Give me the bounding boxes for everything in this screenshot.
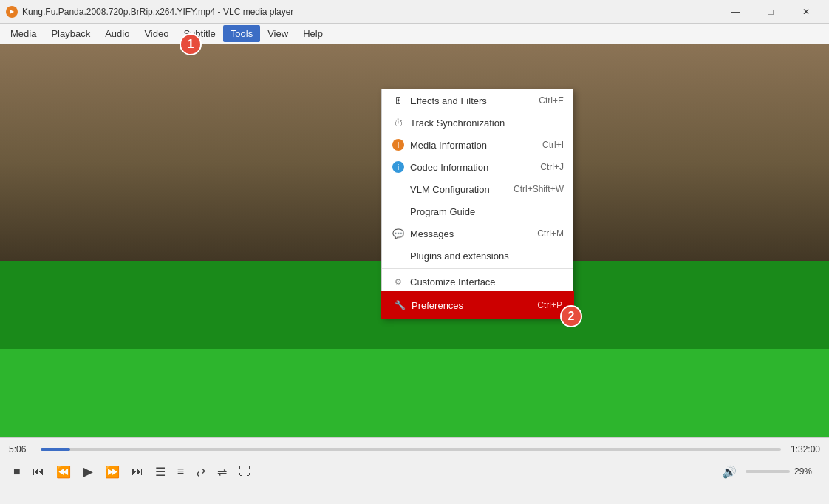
menu-program-guide[interactable]: Program Guide	[382, 200, 573, 222]
playlist-button[interactable]: ☰	[151, 462, 170, 482]
volume-area: 🔊 29%	[717, 462, 820, 482]
fullscreen-button[interactable]: ⛶	[234, 462, 255, 481]
menu-track-sync[interactable]: ⏱ Track Synchronization	[382, 112, 573, 134]
messages-shortcut: Ctrl+M	[537, 228, 564, 239]
customize-label: Customize Interface	[410, 276, 549, 287]
window-title: Kung.Fu.Panda.2008.720p.BrRip.x264.YIFY.…	[22, 7, 718, 17]
prev-button[interactable]: ⏮	[28, 462, 49, 481]
minimize-button[interactable]: —	[718, 0, 752, 24]
next-button[interactable]: ⏭	[127, 462, 148, 481]
preferences-label: Preferences	[412, 300, 522, 311]
shuffle-button[interactable]: ⇌	[213, 462, 231, 482]
menu-help[interactable]: Help	[296, 25, 330, 42]
tools-menu-dropdown: 🎚 Effects and Filters Ctrl+E ⏱ Track Syn…	[381, 89, 573, 319]
effects-filters-label: Effects and Filters	[410, 95, 524, 106]
media-info-label: Media Information	[410, 140, 528, 151]
volume-icon[interactable]: 🔊	[717, 462, 741, 482]
prefs-icon: 🔧	[392, 298, 407, 313]
menu-view[interactable]: View	[260, 25, 296, 42]
menu-separator	[382, 268, 573, 269]
menu-preferences[interactable]: 🔧 Preferences Ctrl+P 2	[382, 293, 573, 318]
playback-controls: ■ ⏮ ⏪ ▶ ⏩ ⏭ ☰ ≡ ⇄ ⇌ ⛶ 🔊 29%	[0, 457, 829, 486]
menu-audio[interactable]: Audio	[98, 25, 137, 42]
menu-customize[interactable]: ⚙ Customize Interface	[382, 270, 573, 293]
plugins-icon	[391, 248, 406, 263]
track-sync-label: Track Synchronization	[410, 118, 549, 129]
menu-video[interactable]: Video	[137, 25, 176, 42]
vlm-config-label: VLM Configuration	[410, 184, 499, 195]
extended-button[interactable]: ≡	[173, 462, 188, 481]
plugins-label: Plugins and extensions	[410, 251, 549, 262]
menu-messages[interactable]: 💬 Messages Ctrl+M	[382, 222, 573, 245]
guide-icon	[391, 204, 406, 219]
step-2-indicator: 2	[560, 305, 582, 327]
title-bar: Kung.Fu.Panda.2008.720p.BrRip.x264.YIFY.…	[0, 0, 829, 24]
menu-playback[interactable]: Playback	[44, 25, 98, 42]
menu-bar: Media Playback Audio Video Subtitle Tool…	[0, 24, 829, 44]
menu-plugins[interactable]: Plugins and extensions	[382, 245, 573, 267]
time-total: 1:32:00	[787, 444, 820, 454]
menu-effects-filters[interactable]: 🎚 Effects and Filters Ctrl+E	[382, 89, 573, 112]
loop-button[interactable]: ⇄	[191, 462, 210, 482]
progress-bar[interactable]	[41, 448, 781, 451]
progress-area: 5:06 1:32:00	[0, 438, 829, 457]
back-button[interactable]: ⏪	[52, 462, 75, 482]
info-blue-icon: i	[391, 160, 406, 174]
equalizer-icon: 🎚	[391, 93, 406, 108]
volume-slider[interactable]	[746, 470, 790, 473]
effects-filters-shortcut: Ctrl+E	[539, 95, 564, 106]
messages-icon: 💬	[391, 226, 406, 241]
controls-bar: 5:06 1:32:00 ■ ⏮ ⏪ ▶ ⏩ ⏭ ☰ ≡ ⇄ ⇌ ⛶ 🔊 29%	[0, 437, 829, 504]
stop-button[interactable]: ■	[9, 462, 25, 481]
close-button[interactable]: ✕	[789, 0, 823, 24]
menu-tools[interactable]: Tools	[223, 25, 260, 42]
preferences-shortcut: Ctrl+P	[537, 300, 562, 310]
maximize-button[interactable]: □	[754, 0, 788, 24]
time-current: 5:06	[9, 444, 35, 454]
menu-vlm-config[interactable]: VLM Configuration Ctrl+Shift+W	[382, 178, 573, 200]
menu-codec-info[interactable]: i Codec Information Ctrl+J	[382, 156, 573, 178]
progress-fill	[41, 448, 70, 451]
codec-info-shortcut: Ctrl+J	[540, 162, 564, 172]
step-1-indicator: 1	[180, 33, 202, 55]
forward-button[interactable]: ⏩	[100, 462, 124, 482]
codec-info-label: Codec Information	[410, 162, 525, 173]
window-controls: — □ ✕	[718, 0, 823, 24]
sync-icon: ⏱	[391, 115, 406, 130]
volume-percent: 29%	[794, 466, 820, 477]
app-icon	[6, 6, 18, 18]
vlm-icon	[391, 182, 406, 197]
messages-label: Messages	[410, 228, 522, 239]
vlm-config-shortcut: Ctrl+Shift+W	[514, 184, 564, 194]
program-guide-label: Program Guide	[410, 206, 549, 217]
play-button[interactable]: ▶	[78, 460, 98, 483]
info-orange-icon: i	[391, 137, 406, 152]
customize-icon: ⚙	[391, 274, 406, 289]
menu-media[interactable]: Media	[3, 25, 44, 42]
menu-media-info[interactable]: i Media Information Ctrl+I	[382, 134, 573, 156]
media-info-shortcut: Ctrl+I	[542, 140, 564, 150]
